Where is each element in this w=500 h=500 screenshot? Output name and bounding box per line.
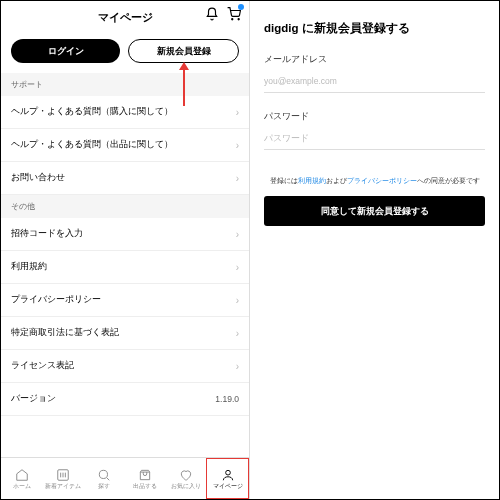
page-title: マイページ [98,10,153,25]
list-item-label: 特定商取引法に基づく表記 [11,327,119,339]
nav-new[interactable]: 新着アイテム [42,458,83,499]
list-item-label: ヘルプ・よくある質問（出品に関して） [11,139,173,151]
list-item-label: 招待コードを入力 [11,228,83,240]
email-field[interactable] [264,70,485,93]
list-item[interactable]: お問い合わせ› [1,162,249,195]
home-icon [15,468,29,482]
chevron-right-icon: › [236,173,239,184]
nav-label: 出品する [133,483,157,490]
pointer-arrow [179,62,189,106]
register-button[interactable]: 同意して新規会員登録する [264,196,485,226]
svg-point-0 [232,19,233,20]
email-label: メールアドレス [264,54,485,66]
list-item-label: バージョン [11,393,56,405]
nav-label: お気に入り [171,483,201,490]
list-item-label: プライバシーポリシー [11,294,101,306]
left-header: マイページ [1,1,249,33]
svg-point-4 [225,470,230,475]
nav-home[interactable]: ホーム [1,458,42,499]
list-item[interactable]: 利用規約› [1,251,249,284]
cart-icon[interactable] [227,7,241,21]
terms-link[interactable]: 利用規約 [298,177,326,184]
list-item-label: ライセンス表記 [11,360,74,372]
nav-label: 探す [98,483,110,490]
mypage-icon [221,468,235,482]
list-item-value: 1.19.0 [215,394,239,404]
list-item[interactable]: ライセンス表記› [1,350,249,383]
list-item-label: 利用規約 [11,261,47,273]
chevron-right-icon: › [236,107,239,118]
chevron-right-icon: › [236,328,239,339]
signup-button-label: 新規会員登録 [157,45,211,58]
signup-button[interactable]: 新規会員登録 [128,39,239,63]
svg-point-1 [238,19,239,20]
cart-badge [238,4,244,10]
password-field[interactable] [264,127,485,150]
section-header: サポート [1,73,249,96]
svg-point-3 [99,470,107,478]
chevron-right-icon: › [236,295,239,306]
chevron-right-icon: › [236,262,239,273]
nav-favorite[interactable]: お気に入り [165,458,206,499]
nav-search[interactable]: 探す [83,458,124,499]
favorite-icon [179,468,193,482]
list-item[interactable]: プライバシーポリシー› [1,284,249,317]
section-header: その他 [1,195,249,218]
list-item[interactable]: ヘルプ・よくある質問（出品に関して）› [1,129,249,162]
list-item[interactable]: 招待コードを入力› [1,218,249,251]
search-icon [97,468,111,482]
privacy-link[interactable]: プライバシーポリシー [347,177,417,184]
list-item-label: お問い合わせ [11,172,65,184]
chevron-right-icon: › [236,140,239,151]
list-item[interactable]: 特定商取引法に基づく表記› [1,317,249,350]
nav-label: マイページ [213,483,243,490]
password-label: パスワード [264,111,485,123]
sell-icon [138,468,152,482]
nav-label: 新着アイテム [45,483,81,490]
new-icon [56,468,70,482]
list-item[interactable]: バージョン1.19.0 [1,383,249,416]
list-item[interactable]: ヘルプ・よくある質問（購入に関して）› [1,96,249,129]
chevron-right-icon: › [236,361,239,372]
nav-mypage[interactable]: マイページ [206,458,249,499]
chevron-right-icon: › [236,229,239,240]
agree-text: 登録には利用規約およびプライバシーポリシーへの同意が必要です [264,176,485,186]
list-item-label: ヘルプ・よくある質問（購入に関して） [11,106,173,118]
login-button[interactable]: ログイン [11,39,120,63]
nav-sell[interactable]: 出品する [124,458,165,499]
register-title: digdig に新規会員登録する [264,21,485,36]
nav-label: ホーム [13,483,31,490]
bell-icon[interactable] [205,7,219,21]
